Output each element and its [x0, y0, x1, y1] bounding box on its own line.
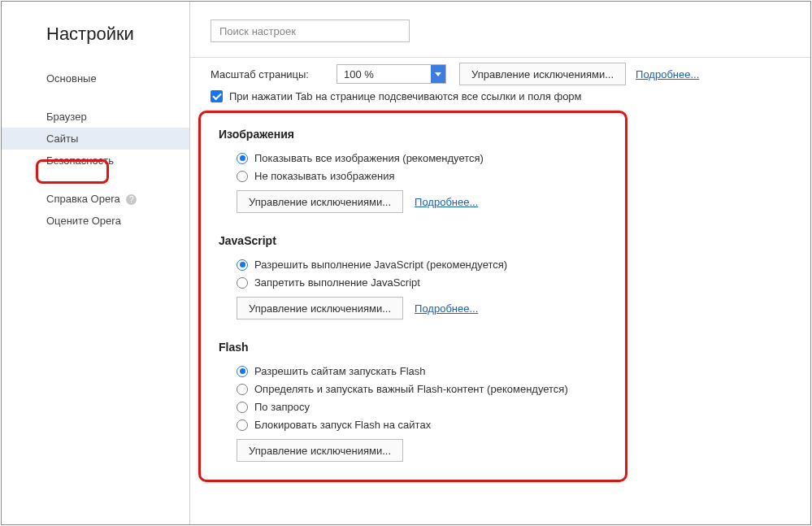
flash-exceptions-button[interactable]: Управление исключениями... — [237, 439, 403, 462]
zoom-value: 100 % — [344, 68, 374, 80]
images-exceptions-button[interactable]: Управление исключениями... — [237, 190, 403, 213]
radio-option[interactable]: Блокировать запуск Flash на сайтах — [219, 419, 607, 431]
javascript-exceptions-button[interactable]: Управление исключениями... — [237, 297, 403, 320]
sidebar-item-basic[interactable]: Основные — [2, 67, 189, 89]
radio-label: Блокировать запуск Flash на сайтах — [254, 419, 431, 431]
radio-icon[interactable] — [237, 402, 248, 413]
sidebar-item-security[interactable]: Безопасность — [2, 150, 189, 172]
sidebar-item-sites[interactable]: Сайты — [2, 128, 189, 150]
sidebar-item-browser[interactable]: Браузер — [2, 106, 189, 128]
radio-option[interactable]: Разрешить выполнение JavaScript (рекомен… — [219, 259, 607, 271]
radio-option[interactable]: Определять и запускать важный Flash-конт… — [219, 383, 607, 395]
sidebar: Настройки Основные Браузер Сайты Безопас… — [2, 2, 190, 524]
section-title: Изображения — [219, 128, 607, 141]
page-title: Настройки — [2, 20, 189, 67]
radio-option[interactable]: Запретить выполнение JavaScript — [219, 276, 607, 289]
highlighted-settings-area: Изображения Показывать все изображения (… — [198, 111, 627, 482]
radio-icon[interactable] — [237, 171, 248, 182]
zoom-label: Масштаб страницы: — [211, 68, 337, 80]
radio-option[interactable]: Не показывать изображения — [219, 170, 607, 182]
tab-focus-label: При нажатии Tab на странице подсвечивают… — [229, 90, 582, 102]
zoom-exceptions-button[interactable]: Управление исключениями... — [459, 63, 626, 85]
radio-checked-icon[interactable] — [237, 366, 248, 377]
radio-option[interactable]: Разрешить сайтам запускать Flash — [219, 365, 607, 377]
javascript-section: JavaScript Разрешить выполнение JavaScri… — [219, 234, 607, 320]
radio-label: Разрешить сайтам запускать Flash — [254, 365, 425, 377]
radio-checked-icon[interactable] — [237, 153, 248, 164]
main-content: Масштаб страницы: 100 % Управление исклю… — [190, 2, 810, 524]
javascript-more-link[interactable]: Подробнее... — [415, 302, 478, 315]
zoom-more-link[interactable]: Подробнее... — [636, 68, 699, 80]
radio-icon[interactable] — [237, 277, 248, 289]
radio-option[interactable]: По запросу — [219, 401, 607, 413]
sidebar-item-help[interactable]: Справка Opera ? — [2, 188, 189, 210]
radio-icon[interactable] — [237, 419, 248, 431]
radio-icon[interactable] — [237, 384, 248, 395]
radio-label: Запретить выполнение JavaScript — [254, 276, 420, 289]
chevron-down-icon — [431, 65, 445, 83]
sidebar-item-label: Справка Opera — [46, 193, 120, 205]
radio-label: Определять и запускать важный Flash-конт… — [254, 383, 568, 395]
section-title: JavaScript — [219, 234, 607, 247]
radio-label: Разрешить выполнение JavaScript (рекомен… — [254, 259, 507, 271]
images-section: Изображения Показывать все изображения (… — [219, 128, 607, 213]
search-input[interactable] — [211, 20, 410, 42]
section-title: Flash — [219, 341, 607, 354]
tab-focus-row[interactable]: При нажатии Tab на странице подсвечивают… — [190, 90, 810, 102]
radio-option[interactable]: Показывать все изображения (рекомендуетс… — [219, 152, 607, 164]
sidebar-item-rate[interactable]: Оцените Opera — [2, 210, 189, 232]
checkbox-checked-icon[interactable] — [211, 90, 223, 102]
radio-label: По запросу — [254, 401, 310, 413]
zoom-select[interactable]: 100 % — [337, 64, 446, 84]
help-icon: ? — [126, 194, 137, 205]
radio-label: Показывать все изображения (рекомендуетс… — [254, 152, 484, 164]
radio-label: Не показывать изображения — [254, 170, 395, 182]
radio-checked-icon[interactable] — [237, 259, 248, 271]
flash-section: Flash Разрешить сайтам запускать Flash О… — [219, 341, 607, 462]
page-zoom-section: Масштаб страницы: 100 % Управление исклю… — [190, 57, 810, 85]
images-more-link[interactable]: Подробнее... — [415, 196, 478, 208]
